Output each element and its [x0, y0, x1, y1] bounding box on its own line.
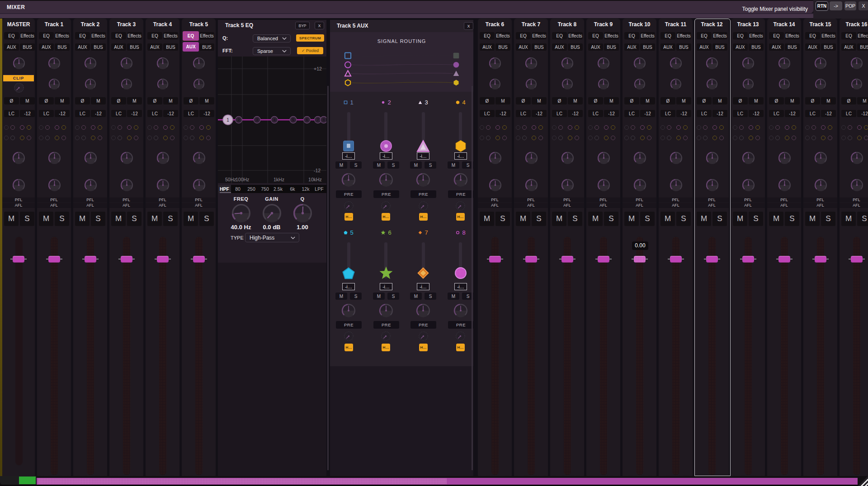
svg-text:7: 7: [316, 118, 319, 122]
svg-text:1: 1: [226, 118, 229, 123]
svg-text:6: 6: [306, 118, 308, 122]
svg-text:3: 3: [256, 118, 258, 122]
svg-text:8: 8: [322, 118, 325, 122]
svg-text:2: 2: [237, 118, 240, 122]
svg-text:5: 5: [292, 118, 294, 122]
svg-text:4: 4: [273, 118, 275, 122]
